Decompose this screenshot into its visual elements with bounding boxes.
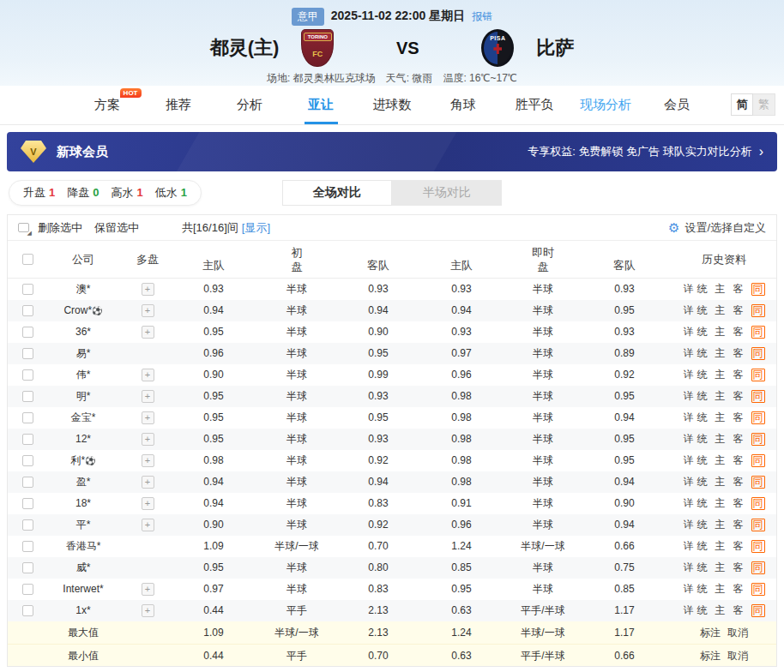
history-link-统[interactable]: 统	[697, 386, 708, 407]
multi-plate-expand-button[interactable]: +	[142, 283, 154, 296]
history-link-主[interactable]: 主	[715, 493, 726, 514]
history-link-主[interactable]: 主	[715, 386, 726, 407]
row-checkbox[interactable]	[22, 348, 33, 359]
history-link-统[interactable]: 统	[697, 536, 708, 557]
history-link-统[interactable]: 统	[697, 579, 708, 600]
history-link-详[interactable]: 详	[684, 386, 694, 407]
history-link-客[interactable]: 客	[733, 300, 744, 321]
settings-button[interactable]: ⚙ 设置/选择自定义	[668, 220, 766, 236]
history-link-同[interactable]: 同	[751, 519, 765, 531]
row-checkbox[interactable]	[22, 519, 33, 531]
multi-plate-expand-button[interactable]: +	[142, 433, 154, 446]
history-link-统[interactable]: 统	[697, 407, 708, 429]
tab-half-match[interactable]: 半场对比	[392, 180, 502, 206]
history-link-详[interactable]: 详	[684, 321, 694, 343]
history-link-同[interactable]: 同	[751, 604, 765, 617]
row-checkbox[interactable]	[22, 434, 33, 445]
chevron-right-icon[interactable]: ›	[759, 144, 763, 159]
history-link-主[interactable]: 主	[715, 429, 726, 450]
history-link-主[interactable]: 主	[715, 600, 726, 621]
history-link-客[interactable]: 客	[733, 386, 744, 407]
history-link-统[interactable]: 统	[697, 471, 708, 493]
history-link-同[interactable]: 同	[751, 433, 765, 446]
history-link-同[interactable]: 同	[751, 390, 765, 403]
history-link-主[interactable]: 主	[715, 557, 726, 579]
history-link-详[interactable]: 详	[684, 557, 694, 579]
history-link-统[interactable]: 统	[697, 557, 708, 579]
multi-plate-expand-button[interactable]: +	[142, 476, 154, 489]
nav-tab-会员[interactable]: 会员	[642, 86, 713, 124]
history-link-同[interactable]: 同	[751, 326, 765, 339]
history-link-客[interactable]: 客	[733, 407, 744, 429]
history-link-客[interactable]: 客	[733, 364, 744, 386]
history-link-详[interactable]: 详	[684, 450, 694, 471]
multi-plate-expand-button[interactable]: +	[142, 304, 154, 317]
history-link-统[interactable]: 统	[697, 279, 708, 300]
row-checkbox[interactable]	[22, 284, 33, 295]
history-link-统[interactable]: 统	[697, 493, 708, 514]
row-checkbox[interactable]	[22, 541, 33, 552]
history-link-客[interactable]: 客	[733, 514, 744, 536]
report-error-link[interactable]: 报错	[472, 9, 492, 24]
show-link[interactable]: [显示]	[242, 220, 270, 236]
history-link-客[interactable]: 客	[733, 557, 744, 579]
nav-tab-方案[interactable]: 方案HOT	[72, 86, 143, 124]
history-link-主[interactable]: 主	[715, 300, 726, 321]
history-link-详[interactable]: 详	[684, 300, 694, 321]
multi-plate-expand-button[interactable]: +	[142, 390, 154, 403]
history-link-详[interactable]: 详	[684, 514, 694, 536]
lang-traditional-button[interactable]: 繁	[753, 93, 775, 116]
history-link-详[interactable]: 详	[684, 429, 694, 450]
select-all-icon[interactable]	[18, 223, 29, 232]
history-link-详[interactable]: 详	[684, 493, 694, 514]
history-link-同[interactable]: 同	[751, 347, 765, 360]
multi-plate-expand-button[interactable]: +	[142, 583, 154, 596]
history-link-同[interactable]: 同	[751, 561, 765, 574]
mark-button[interactable]: 标注	[700, 621, 721, 644]
history-link-主[interactable]: 主	[715, 364, 726, 386]
history-link-主[interactable]: 主	[715, 321, 726, 343]
header-checkbox[interactable]	[22, 254, 33, 265]
multi-plate-expand-button[interactable]: +	[142, 454, 154, 467]
history-link-客[interactable]: 客	[733, 321, 744, 343]
multi-plate-expand-button[interactable]: +	[142, 497, 154, 510]
lang-simplified-button[interactable]: 简	[731, 93, 753, 116]
history-link-详[interactable]: 详	[684, 343, 694, 364]
history-link-客[interactable]: 客	[733, 343, 744, 364]
history-link-主[interactable]: 主	[715, 514, 726, 536]
nav-tab-进球数[interactable]: 进球数	[357, 86, 428, 124]
multi-plate-expand-button[interactable]: +	[142, 519, 154, 531]
multi-plate-expand-button[interactable]: +	[142, 604, 154, 617]
row-checkbox[interactable]	[22, 605, 33, 616]
history-link-同[interactable]: 同	[751, 476, 765, 489]
nav-tab-亚让[interactable]: 亚让	[286, 86, 357, 124]
history-link-统[interactable]: 统	[697, 321, 708, 343]
history-link-主[interactable]: 主	[715, 343, 726, 364]
history-link-主[interactable]: 主	[715, 471, 726, 493]
history-link-统[interactable]: 统	[697, 450, 708, 471]
multi-plate-expand-button[interactable]: +	[142, 326, 154, 339]
row-checkbox[interactable]	[22, 477, 33, 488]
history-link-同[interactable]: 同	[751, 497, 765, 510]
history-link-主[interactable]: 主	[715, 279, 726, 300]
nav-tab-胜平负[interactable]: 胜平负	[499, 86, 570, 124]
member-banner[interactable]: V 新球会员 专享权益: 免费解锁 免广告 球队实力对比分析 ›	[7, 132, 777, 171]
history-link-同[interactable]: 同	[751, 304, 765, 317]
history-link-同[interactable]: 同	[751, 540, 765, 553]
nav-tab-现场分析[interactable]: 现场分析	[570, 86, 642, 124]
mark-button[interactable]: 标注	[700, 645, 721, 667]
history-link-客[interactable]: 客	[733, 450, 744, 471]
history-link-客[interactable]: 客	[733, 471, 744, 493]
cancel-button[interactable]: 取消	[727, 645, 748, 667]
history-link-统[interactable]: 统	[697, 600, 708, 621]
row-checkbox[interactable]	[22, 369, 33, 381]
history-link-统[interactable]: 统	[697, 343, 708, 364]
multi-plate-expand-button[interactable]: +	[142, 411, 154, 424]
history-link-同[interactable]: 同	[751, 283, 765, 296]
history-link-统[interactable]: 统	[697, 429, 708, 450]
row-checkbox[interactable]	[22, 327, 33, 338]
history-link-主[interactable]: 主	[715, 407, 726, 429]
row-checkbox[interactable]	[22, 562, 33, 573]
history-link-详[interactable]: 详	[684, 407, 694, 429]
history-link-客[interactable]: 客	[733, 493, 744, 514]
